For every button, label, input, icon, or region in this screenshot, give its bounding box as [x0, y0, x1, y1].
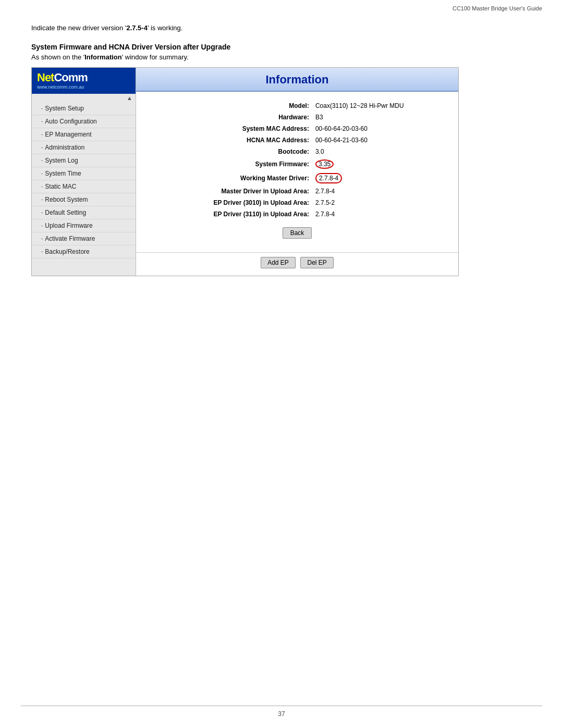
- bullet-icon: -: [41, 131, 43, 137]
- back-button-row: Back: [146, 227, 448, 239]
- intro-prefix: Indicate the new driver version ': [31, 24, 126, 32]
- sidebar-item-ep-management[interactable]: - EP Management: [32, 128, 136, 141]
- sidebar-item-system-setup[interactable]: - System Setup: [32, 102, 136, 115]
- sidebar-logo: NetComm www.netcomm.com.au: [32, 68, 136, 94]
- bullet-icon: -: [41, 209, 43, 215]
- sidebar-item-label: Static MAC: [45, 183, 76, 190]
- sidebar-item-backup-restore[interactable]: - Backup/Restore: [32, 245, 136, 258]
- field-label: System Firmware:: [146, 157, 312, 171]
- field-value: 2.7.8-4: [312, 208, 448, 220]
- sidebar-item-label: Default Setting: [45, 209, 86, 216]
- sidebar-item-label: System Log: [45, 157, 78, 164]
- subtext-prefix: As shown on the ': [31, 53, 84, 61]
- field-label: Model:: [146, 100, 312, 112]
- sidebar-item-label: Administration: [45, 144, 84, 151]
- table-row: Model: Coax(3110) 12~28 Hi-Pwr MDU: [146, 100, 448, 112]
- field-label: HCNA MAC Address:: [146, 134, 312, 146]
- sidebar-item-reboot-system[interactable]: - Reboot System: [32, 193, 136, 206]
- sub-text: As shown on the 'Information' window for…: [31, 53, 532, 61]
- field-label: Working Master Driver:: [146, 171, 312, 186]
- table-row: HCNA MAC Address: 00-60-64-21-03-60: [146, 134, 448, 146]
- header-title: CC100 Master Bridge User's Guide: [452, 5, 542, 11]
- del-ep-button[interactable]: Del EP: [300, 257, 333, 268]
- info-title: Information: [266, 73, 329, 86]
- sidebar-item-administration[interactable]: - Administration: [32, 141, 136, 154]
- scroll-indicator: ▲: [32, 94, 136, 102]
- sidebar-item-auto-config[interactable]: - Auto Configuration: [32, 115, 136, 128]
- table-row: Master Driver in Upload Area: 2.7.8-4: [146, 186, 448, 197]
- sidebar-item-label: Upload Firmware: [45, 222, 92, 229]
- add-ep-button[interactable]: Add EP: [261, 257, 296, 268]
- ep-buttons-row: Add EP Del EP: [136, 252, 458, 276]
- bullet-icon: -: [41, 183, 43, 189]
- page-footer: 37: [21, 706, 542, 718]
- field-label: Hardware:: [146, 112, 312, 123]
- system-firmware-value: 3.35: [315, 159, 334, 169]
- logo-comm: Comm: [54, 71, 87, 84]
- table-row: EP Driver (3110) in Upload Area: 2.7.8-4: [146, 208, 448, 220]
- field-value: 00-60-64-21-03-60: [312, 134, 448, 146]
- field-value: Coax(3110) 12~28 Hi-Pwr MDU: [312, 100, 448, 112]
- ui-panel: NetComm www.netcomm.com.au ▲ - System Se…: [31, 67, 459, 276]
- logo-netcomm: NetComm: [37, 72, 88, 83]
- main-content: Information Model: Coax(3110) 12~28 Hi-P…: [136, 68, 458, 276]
- table-row: System MAC Address: 00-60-64-20-03-60: [146, 123, 448, 134]
- sidebar-item-label: EP Management: [45, 131, 91, 138]
- field-value: 2.7.5-2: [312, 197, 448, 208]
- logo-net: Net: [37, 71, 54, 84]
- sidebar-item-system-log[interactable]: - System Log: [32, 154, 136, 167]
- sidebar-item-upload-firmware[interactable]: - Upload Firmware: [32, 219, 136, 232]
- sidebar-item-system-time[interactable]: - System Time: [32, 167, 136, 180]
- sidebar-item-label: Backup/Restore: [45, 248, 89, 255]
- field-label: System MAC Address:: [146, 123, 312, 134]
- sidebar-item-label: Auto Configuration: [45, 118, 96, 125]
- sidebar-item-activate-firmware[interactable]: - Activate Firmware: [32, 232, 136, 245]
- field-value: 2.7.8-4: [312, 171, 448, 186]
- sidebar-item-static-mac[interactable]: - Static MAC: [32, 180, 136, 193]
- intro-paragraph: Indicate the new driver version '2.7.5-4…: [31, 23, 532, 33]
- bullet-icon: -: [41, 249, 43, 254]
- back-button[interactable]: Back: [283, 227, 312, 239]
- field-value: 3.35: [312, 157, 448, 171]
- table-row: System Firmware: 3.35: [146, 157, 448, 171]
- table-row: EP Driver (3010) in Upload Area: 2.7.5-2: [146, 197, 448, 208]
- sidebar-item-label: System Time: [45, 170, 81, 177]
- table-row: Hardware: B3: [146, 112, 448, 123]
- table-row: Working Master Driver: 2.7.8-4: [146, 171, 448, 186]
- info-title-bar: Information: [136, 68, 458, 92]
- section-heading: System Firmware and HCNA Driver Version …: [31, 43, 532, 51]
- field-value: 3.0: [312, 146, 448, 157]
- page-header: CC100 Master Bridge User's Guide: [0, 0, 563, 14]
- subtext-bold: Information: [84, 53, 122, 61]
- bullet-icon: -: [41, 170, 43, 176]
- field-value: 2.7.8-4: [312, 186, 448, 197]
- field-label: EP Driver (3010) in Upload Area:: [146, 197, 312, 208]
- bullet-icon: -: [41, 236, 43, 241]
- logo-url: www.netcomm.com.au: [37, 84, 84, 90]
- sidebar: NetComm www.netcomm.com.au ▲ - System Se…: [32, 68, 136, 276]
- page-number: 37: [278, 710, 285, 718]
- bullet-icon: -: [41, 157, 43, 163]
- field-value: 00-60-64-20-03-60: [312, 123, 448, 134]
- subtext-suffix: ' window for summary.: [122, 53, 189, 61]
- working-master-driver-value: 2.7.8-4: [315, 173, 342, 183]
- intro-suffix: ' is working.: [148, 24, 183, 32]
- sidebar-item-label: Activate Firmware: [45, 235, 95, 242]
- sidebar-menu: - System Setup - Auto Configuration - EP…: [32, 102, 136, 258]
- bullet-icon: -: [41, 118, 43, 124]
- field-value: B3: [312, 112, 448, 123]
- bullet-icon: -: [41, 196, 43, 202]
- intro-version: 2.7.5-4: [126, 24, 147, 32]
- page-content: Indicate the new driver version '2.7.5-4…: [0, 14, 563, 307]
- bullet-icon: -: [41, 223, 43, 228]
- sidebar-item-default-setting[interactable]: - Default Setting: [32, 206, 136, 219]
- bullet-icon: -: [41, 105, 43, 111]
- field-label: Master Driver in Upload Area:: [146, 186, 312, 197]
- sidebar-item-label: Reboot System: [45, 196, 88, 203]
- sidebar-item-label: System Setup: [45, 105, 84, 112]
- info-table-area: Model: Coax(3110) 12~28 Hi-Pwr MDU Hardw…: [136, 92, 458, 249]
- field-label: EP Driver (3110) in Upload Area:: [146, 208, 312, 220]
- bullet-icon: -: [41, 144, 43, 150]
- table-row: Bootcode: 3.0: [146, 146, 448, 157]
- info-table: Model: Coax(3110) 12~28 Hi-Pwr MDU Hardw…: [146, 100, 448, 220]
